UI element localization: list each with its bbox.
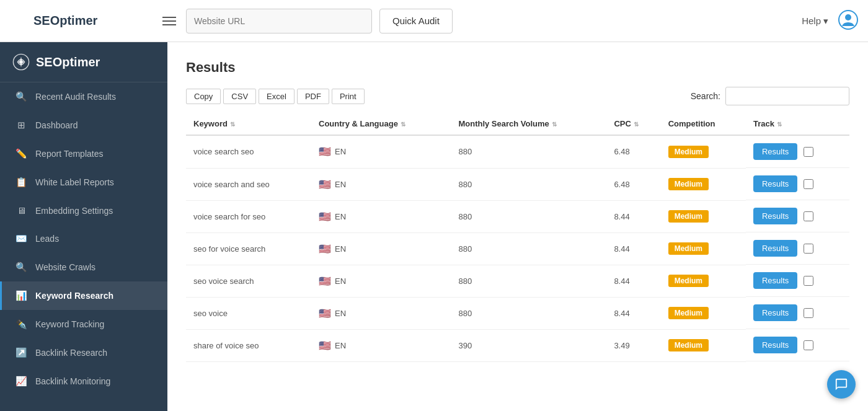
track-cell: Results	[746, 329, 849, 361]
track-checkbox[interactable]	[804, 147, 813, 157]
sidebar-brand-name: SEOptimer	[36, 55, 100, 69]
keyword-cell: seo voice	[186, 297, 311, 329]
flag-icon: 🇺🇸	[319, 275, 331, 287]
backlink-monitoring-icon: 📈	[16, 376, 27, 387]
competition-badge: Medium	[668, 275, 709, 287]
competition-cell: Medium	[661, 329, 746, 361]
competition-cell: Medium	[661, 232, 746, 265]
track-checkbox[interactable]	[804, 179, 813, 189]
sidebar-item-label: Keyword Tracking	[35, 319, 104, 329]
table-pdf-button[interactable]: PDF	[297, 89, 329, 104]
sidebar-item-label: Backlink Research	[35, 348, 107, 358]
track-checkbox[interactable]	[804, 340, 813, 350]
sidebar-item-keyword-tracking[interactable]: ✒️Keyword Tracking	[0, 310, 167, 338]
track-cell: Results	[746, 200, 849, 232]
chat-bubble-button[interactable]	[827, 370, 856, 399]
sidebar-item-website-crawls[interactable]: 🔍Website Crawls	[0, 253, 167, 281]
competition-cell: Medium	[661, 135, 746, 168]
hamburger-button[interactable]	[160, 12, 179, 30]
sidebar-item-recent-audit[interactable]: 🔍Recent Audit Results	[0, 82, 167, 111]
sidebar-item-label: Keyword Research	[35, 291, 113, 301]
sidebar-nav: 🔍Recent Audit Results⊞Dashboard✏️Report …	[0, 82, 167, 411]
sidebar-item-keyword-research[interactable]: 📊Keyword Research	[0, 281, 167, 310]
track-checkbox[interactable]	[804, 244, 813, 254]
sidebar-item-backlink-research[interactable]: ↗️Backlink Research	[0, 338, 167, 367]
topbar: SEOptimer Quick Audit Help ▾	[0, 0, 868, 42]
table-csv-button[interactable]: CSV	[223, 89, 256, 104]
sidebar-item-dashboard[interactable]: ⊞Dashboard	[0, 111, 167, 139]
track-cell: Results	[746, 232, 849, 265]
col-header-track[interactable]: Track⇅	[746, 113, 849, 135]
col-header-country[interactable]: Country & Language⇅	[311, 113, 451, 135]
competition-cell: Medium	[661, 297, 746, 329]
col-header-volume[interactable]: Monthly Search Volume⇅	[451, 113, 606, 135]
url-input[interactable]	[186, 9, 372, 33]
keyword-cell: voice search and seo	[186, 168, 311, 200]
volume-cell: 880	[451, 297, 606, 329]
table-print-button[interactable]: Print	[332, 89, 365, 104]
user-icon-button[interactable]	[838, 10, 858, 32]
track-checkbox[interactable]	[804, 308, 813, 318]
flag-icon: 🇺🇸	[319, 179, 331, 190]
track-cell: Results	[746, 265, 849, 297]
track-checkbox[interactable]	[804, 211, 813, 221]
track-cell: Results	[746, 168, 849, 200]
sidebar-item-leads[interactable]: ✉️Leads	[0, 224, 167, 253]
volume-cell: 390	[451, 329, 606, 361]
recent-audit-icon: 🔍	[16, 91, 27, 102]
keyword-research-icon: 📊	[16, 290, 27, 301]
col-header-cpc[interactable]: CPC⇅	[606, 113, 660, 135]
language-code: EN	[335, 212, 346, 221]
results-button[interactable]: Results	[753, 175, 797, 192]
quick-audit-button[interactable]: Quick Audit	[379, 9, 453, 33]
language-code: EN	[335, 309, 346, 318]
country-cell: 🇺🇸EN	[311, 232, 451, 265]
table-row: voice search and seo🇺🇸EN8806.48MediumRes…	[186, 168, 849, 200]
keyword-cell: voice search seo	[186, 135, 311, 168]
user-icon	[838, 10, 858, 30]
results-button[interactable]: Results	[753, 208, 797, 224]
table-row: voice search seo🇺🇸EN8806.48MediumResults	[186, 135, 849, 168]
backlink-research-icon: ↗️	[16, 347, 27, 358]
sidebar-logo-area: SEOptimer	[0, 42, 167, 82]
search-input[interactable]	[725, 87, 849, 105]
sort-icon: ⇅	[230, 121, 235, 128]
table-row: voice search for seo🇺🇸EN8808.44MediumRes…	[186, 200, 849, 232]
cpc-cell: 6.48	[606, 168, 660, 200]
cpc-cell: 8.44	[606, 200, 660, 232]
competition-badge: Medium	[668, 339, 709, 351]
language-code: EN	[335, 180, 346, 189]
help-button[interactable]: Help ▾	[802, 15, 828, 27]
help-chevron-icon: ▾	[823, 15, 828, 27]
search-label: Search:	[691, 91, 720, 101]
sidebar-item-label: Website Crawls	[35, 262, 95, 272]
col-header-keyword[interactable]: Keyword⇅	[186, 113, 311, 135]
results-button[interactable]: Results	[753, 304, 797, 321]
sort-icon: ⇅	[634, 121, 639, 128]
sidebar-item-backlink-monitoring[interactable]: 📈Backlink Monitoring	[0, 367, 167, 396]
sidebar-item-white-label[interactable]: 📋White Label Reports	[0, 168, 167, 197]
col-header-competition: Competition	[661, 113, 746, 135]
sidebar-item-label: Report Templates	[35, 149, 103, 159]
table-excel-button[interactable]: Excel	[259, 89, 294, 104]
brand-name: SEOptimer	[33, 14, 97, 28]
data-table: Keyword⇅Country & Language⇅Monthly Searc…	[186, 113, 849, 362]
sidebar-item-report-templates[interactable]: ✏️Report Templates	[0, 139, 167, 168]
results-button[interactable]: Results	[753, 272, 797, 289]
results-button[interactable]: Results	[753, 143, 797, 160]
language-code: EN	[335, 276, 346, 286]
results-title: Results	[186, 60, 849, 76]
country-cell: 🇺🇸EN	[311, 329, 451, 361]
competition-cell: Medium	[661, 200, 746, 232]
table-toolbar: CopyCSVExcelPDFPrint Search:	[186, 87, 849, 105]
results-button[interactable]: Results	[753, 337, 797, 353]
sidebar-item-embedding[interactable]: 🖥Embedding Settings	[0, 197, 167, 224]
table-copy-button[interactable]: Copy	[186, 89, 221, 104]
keyword-cell: seo for voice search	[186, 232, 311, 265]
track-checkbox[interactable]	[804, 276, 813, 286]
search-area: Search:	[691, 87, 849, 105]
flag-icon: 🇺🇸	[319, 243, 331, 255]
competition-badge: Medium	[668, 146, 709, 158]
main-content: Results CopyCSVExcelPDFPrint Search: Key…	[167, 42, 868, 411]
results-button[interactable]: Results	[753, 240, 797, 257]
